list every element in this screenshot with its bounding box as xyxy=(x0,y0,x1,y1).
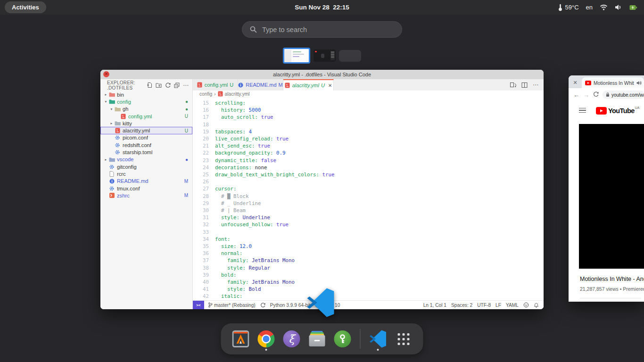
eol-sequence[interactable]: LF xyxy=(495,303,501,308)
code-line-22[interactable]: 22background_opacity: 0.9 xyxy=(193,149,544,156)
dock-files-icon[interactable] xyxy=(308,326,327,352)
breadcrumb-folder[interactable]: config xyxy=(199,91,212,97)
code-line-36[interactable]: 36 normal: xyxy=(193,250,544,257)
code-line-24[interactable]: 24decorations: none xyxy=(193,164,544,171)
breadcrumb-file[interactable]: alacritty.yml xyxy=(225,91,250,97)
chrome-window[interactable]: ✕ Motionless In White - / ← → youtube.co… xyxy=(569,75,644,302)
search-input[interactable]: Type to search xyxy=(242,21,402,38)
tree-item-gitconfig[interactable]: gitconfig xyxy=(100,163,192,170)
language-mode[interactable]: YAML xyxy=(506,303,519,308)
dock-vscode-icon[interactable] xyxy=(369,326,388,352)
sync-button[interactable] xyxy=(260,303,265,308)
tree-item-gh[interactable]: ▾gh● xyxy=(100,106,192,113)
tree-item-README.md[interactable]: README.mdM xyxy=(100,178,192,185)
dock-app-grid-icon[interactable] xyxy=(394,326,413,352)
vscode-window[interactable]: ✕ alacritty.yml - .dotfiles - Visual Stu… xyxy=(100,70,544,309)
tree-item-picom.conf[interactable]: picom.conf xyxy=(100,134,192,141)
tab-close-button[interactable]: ✕ xyxy=(569,77,582,88)
refresh-icon[interactable] xyxy=(165,82,171,88)
dock-keepassxc-icon[interactable] xyxy=(333,326,352,352)
cursor-position[interactable]: Ln 1, Col 1 xyxy=(423,303,446,308)
address-bar[interactable]: youtube.com/wa xyxy=(603,90,644,99)
code-line-28[interactable]: 28 # █ Block xyxy=(193,193,544,200)
tree-item-config.yml[interactable]: config.ymlU xyxy=(100,113,192,120)
more-actions-icon[interactable]: ⋯ xyxy=(183,82,189,89)
workspace-thumb-empty[interactable] xyxy=(339,50,361,62)
video-player[interactable] xyxy=(579,124,644,269)
reload-button[interactable] xyxy=(593,91,599,98)
editor-more-icon[interactable]: ⋯ xyxy=(533,82,539,88)
code-line-25[interactable]: 25draw_bold_text_with_bright_colors: tru… xyxy=(193,171,544,178)
code-line-19[interactable]: 19tabspaces: 4 xyxy=(193,128,544,135)
code-line-17[interactable]: 17 auto_scroll: true xyxy=(193,114,544,121)
code-line-38[interactable]: 38 style: Regular xyxy=(193,264,544,272)
youtube-logo[interactable]: YouTube UA xyxy=(596,106,639,115)
keyboard-layout[interactable]: en xyxy=(586,4,593,11)
system-tray[interactable]: 59°C en xyxy=(558,0,637,15)
code-line-42[interactable]: 42 italic: xyxy=(193,293,544,300)
breadcrumb[interactable]: config › alacritty.yml xyxy=(193,90,544,98)
code-line-32[interactable]: 32 unfocused_hollow: true xyxy=(193,221,544,228)
tab-close-icon[interactable]: ✕ xyxy=(328,83,332,88)
code-line-37[interactable]: 37 family: JetBrains Mono xyxy=(193,257,544,264)
open-changes-icon[interactable] xyxy=(510,82,516,88)
code-line-39[interactable]: 39 bold: xyxy=(193,272,544,279)
feedback-icon[interactable] xyxy=(523,302,529,308)
code-line-16[interactable]: 16 history: 5000 xyxy=(193,107,544,114)
new-folder-icon[interactable] xyxy=(156,82,162,88)
collapse-folders-icon[interactable] xyxy=(174,82,180,88)
code-line-31[interactable]: 31 style: Underline xyxy=(193,214,544,221)
tree-item-config[interactable]: ▾config● xyxy=(100,98,192,105)
chrome-active-tab[interactable]: Motionless In White - / xyxy=(582,77,644,88)
remote-indicator[interactable]: >< xyxy=(193,301,204,309)
notifications-bell-icon[interactable] xyxy=(534,302,539,308)
git-branch-item[interactable]: master* (Rebasing) xyxy=(208,302,256,308)
split-editor-icon[interactable] xyxy=(521,82,528,88)
encoding[interactable]: UTF-8 xyxy=(477,303,491,308)
tab-audio-icon[interactable] xyxy=(636,81,642,85)
workspace-thumb-youtube[interactable] xyxy=(314,49,336,62)
code-line-15[interactable]: 15scrolling: xyxy=(193,99,544,107)
code-line-27[interactable]: 27cursor: xyxy=(193,185,544,192)
code-line-23[interactable]: 23dynamic_title: false xyxy=(193,157,544,164)
code-line-40[interactable]: 40 family: JetBrains Mono xyxy=(193,279,544,286)
running-indicator xyxy=(265,349,267,351)
menu-icon[interactable] xyxy=(579,108,586,113)
tree-item-kitty[interactable]: ▸kitty xyxy=(100,120,192,127)
tree-item-starship.toml[interactable]: starship.toml xyxy=(100,148,192,156)
dock-alacritty-icon[interactable] xyxy=(231,326,250,352)
code-line-18[interactable]: 18 xyxy=(193,121,544,128)
workspace-thumb-vscode[interactable] xyxy=(283,48,310,64)
tree-item-alacritty.yml[interactable]: alacritty.ymlU xyxy=(100,127,192,134)
code-line-33[interactable]: 33 xyxy=(193,229,544,236)
code-editor[interactable]: 15scrolling:16 history: 500017 auto_scro… xyxy=(193,98,544,300)
tree-item-vscode[interactable]: ▸vscode● xyxy=(100,156,192,163)
tree-item-zshrc[interactable]: zshrcM xyxy=(100,192,192,199)
indentation[interactable]: Spaces: 2 xyxy=(451,303,472,308)
tree-item-rcrc[interactable]: rcrc xyxy=(100,170,192,177)
tab-alacritty.yml[interactable]: alacritty.ymlU✕ xyxy=(283,79,334,90)
clock[interactable]: Sun Nov 28 22:15 xyxy=(0,4,644,11)
python-interpreter[interactable]: Python 3.9.9 64-bit xyxy=(270,303,311,308)
new-file-icon[interactable] xyxy=(147,82,152,88)
line-number: 40 xyxy=(193,279,215,286)
code-line-29[interactable]: 29 # _ Underline xyxy=(193,200,544,207)
tree-item-bin[interactable]: ▸bin xyxy=(100,91,192,98)
code-line-20[interactable]: 20live_config_reload: true xyxy=(193,135,544,142)
dock-emacs-icon[interactable]: ξ xyxy=(282,326,301,352)
tree-item-tmux.conf[interactable]: tmux.conf xyxy=(100,185,192,192)
code-line-35[interactable]: 35 size: 12.0 xyxy=(193,243,544,250)
dock-chrome-icon[interactable] xyxy=(257,326,276,352)
folder-icon xyxy=(108,92,115,97)
forward-button[interactable]: → xyxy=(583,92,589,98)
tab-config.yml[interactable]: config.ymlU xyxy=(193,79,238,90)
code-line-26[interactable]: 26 xyxy=(193,178,544,185)
vscode-titlebar[interactable]: ✕ alacritty.yml - .dotfiles - Visual Stu… xyxy=(100,70,544,79)
code-line-41[interactable]: 41 style: Bold xyxy=(193,286,544,293)
code-line-30[interactable]: 30 # | Beam xyxy=(193,207,544,214)
back-button[interactable]: ← xyxy=(573,92,579,98)
tree-item-redshift.conf[interactable]: redshift.conf xyxy=(100,141,192,148)
tab-README.md[interactable]: README.mdM xyxy=(238,79,283,90)
code-line-34[interactable]: 34font: xyxy=(193,236,544,243)
code-line-21[interactable]: 21alt_send_esc: true xyxy=(193,142,544,149)
